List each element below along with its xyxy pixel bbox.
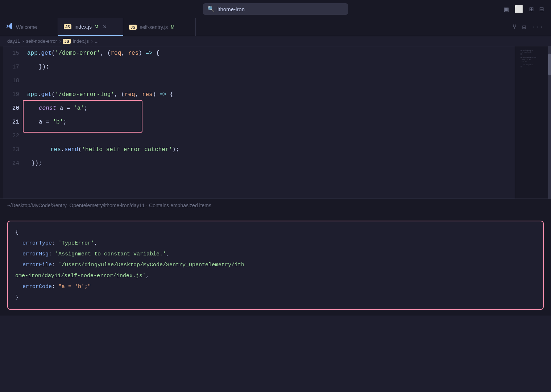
code-line-17: }); [27,60,515,74]
tab-bar: Welcome JS index.js M ✕ JS self-sentry.j… [0,18,551,36]
tab-welcome[interactable]: Welcome [0,18,58,36]
editor-area: 15 17 18 19 20 21 22 23 24 app.get('/dem… [0,46,551,199]
code-line-15: app.get('/demo-error', (req, res) => { [27,46,515,60]
tab-index-modified: M [95,24,98,29]
js-badge-index: JS [64,24,71,29]
error-field-file-1: errorFile: '/Users/dingyulee/Desktop/MyC… [15,260,536,271]
breadcrumb: day11 › self-node-error › JS index.js › … [0,36,551,46]
line-num-20: 20 [3,101,19,115]
branch-icon[interactable]: ⑂ [513,23,517,31]
status-separator: · [146,203,149,208]
line-num-24: 24 [3,157,19,170]
breadcrumb-sep-3: › [91,38,92,44]
line-numbers: 15 17 18 19 20 21 22 23 24 [3,46,23,199]
code-line-21: a = 'b'; [27,115,515,129]
breadcrumb-self-node-error: self-node-error [26,38,57,44]
tab-sentry-modified: M [171,25,174,30]
status-path: ~/Desktop/MyCode/Sentry_Opentelemetry/it… [7,203,145,208]
tab-welcome-label: Welcome [16,24,37,30]
breadcrumb-index-js: index.js [73,38,89,44]
error-field-code: errorCode: "a = 'b';" [15,282,536,292]
line-num-21: 21 [3,115,19,129]
more-actions-icon[interactable]: ··· [532,24,544,31]
vscode-icon [6,22,13,32]
line-num-17: 17 [3,60,19,74]
error-field-type: errorType: 'TypeError', [15,238,536,249]
error-output-box: { errorType: 'TypeError', errorMsg: 'Ass… [7,221,544,310]
scroll-thumb[interactable] [548,54,551,75]
minimap: app.get('/demo-error // route handler })… [515,46,551,199]
error-field-msg: errorMsg: 'Assignment to constant variab… [15,249,536,260]
breadcrumb-sep-2: › [59,38,61,44]
code-line-18 [27,74,515,88]
code-line-22 [27,129,515,143]
left-gutter [0,46,3,199]
breadcrumb-day11: day11 [7,38,20,44]
layout-icon-4[interactable]: ⊟ [539,5,544,14]
tab-close-icon[interactable]: ✕ [103,24,107,30]
breadcrumb-sep-1: › [22,38,24,44]
js-badge-sentry: JS [129,25,137,30]
line-num-18: 18 [3,74,19,88]
error-brace-open: { [15,227,536,238]
search-icon: 🔍 [207,5,215,13]
tab-bar-actions: ⑂ ⊟ ··· [513,23,544,31]
code-line-23: res.send('hello self error catcher'); [27,143,515,157]
tab-index-js-label: index.js [74,24,91,30]
search-bar[interactable]: 🔍 ithome-iron [203,3,348,15]
title-bar-icons: ▣ ⬜ ⊞ ⊟ [504,5,544,14]
error-brace-close: } [15,292,536,303]
line-num-22: 22 [3,129,19,143]
line-num-15: 15 [3,46,19,60]
breadcrumb-js-badge: JS [63,39,70,44]
code-line-24: }); [27,157,515,170]
split-editor-icon[interactable]: ⊟ [522,23,526,31]
title-bar: 🔍 ithome-iron ▣ ⬜ ⊞ ⊟ [0,0,551,18]
tab-self-sentry-label: self-sentry.js [140,24,168,30]
line-num-23: 23 [3,143,19,157]
code-line-20: const a = 'a'; [27,101,515,115]
code-line-19: app.get('/demo-error-log', (req, res) =>… [27,88,515,101]
bottom-panel: { errorType: 'TypeError', errorMsg: 'Ass… [0,212,551,316]
layout-icon-3[interactable]: ⊞ [529,5,534,14]
code-content[interactable]: app.get('/demo-error', (req, res) => { }… [23,46,515,199]
editor-scrollbar[interactable] [548,46,551,199]
breadcrumb-ellipsis: ... [95,38,99,44]
search-text: ithome-iron [218,6,245,12]
error-field-file-2: ome-iron/day11/self-node-error/index.js'… [15,271,536,282]
status-message: Contains emphasized items [149,203,211,208]
tab-self-sentry[interactable]: JS self-sentry.js M [123,18,196,36]
layout-icon-2[interactable]: ⬜ [514,5,523,14]
status-bar: ~/Desktop/MyCode/Sentry_Opentelemetry/it… [0,199,551,212]
tab-index-js[interactable]: JS index.js M ✕ [58,18,123,36]
line-num-19: 19 [3,88,19,101]
layout-icon-1[interactable]: ▣ [504,5,509,14]
